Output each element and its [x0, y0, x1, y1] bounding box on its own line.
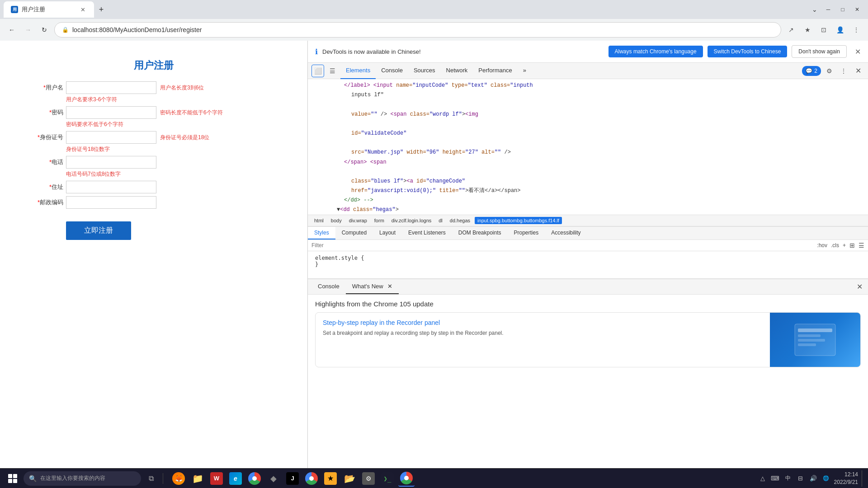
more-btn[interactable]: ⋮ [850, 23, 863, 36]
match-language-btn[interactable]: Always match Chrome's language [609, 46, 703, 57]
tray-display-icon[interactable]: ⊟ [796, 474, 805, 483]
console-badge[interactable]: 💬 2 [802, 66, 821, 76]
devtools-close-btn[interactable]: ✕ [852, 65, 864, 77]
bread-input-active[interactable]: input.spbg.buttombg.buttombgs.f14.lf [475, 217, 562, 224]
taskbar-settings[interactable]: ⚙ [360, 470, 377, 487]
form-row-phone: *电话 [27, 156, 280, 169]
taskbar-file-manager[interactable]: 📁 [189, 470, 206, 487]
close-btn[interactable]: ✕ [850, 2, 864, 17]
bread-form[interactable]: form [372, 217, 387, 224]
taskbar-game[interactable]: ◆ [265, 470, 282, 487]
start-btn[interactable] [4, 469, 22, 488]
bread-divwrap[interactable]: div.wrap [346, 217, 370, 224]
taskbar-chrome1[interactable] [246, 470, 263, 487]
bottom-tab-whats-new[interactable]: What's New ✕ [346, 279, 399, 294]
tab-sources[interactable]: Sources [408, 63, 441, 79]
tab-performance[interactable]: Performance [473, 63, 517, 79]
input-phone[interactable] [66, 156, 156, 169]
bookmark-icon[interactable]: ★ [801, 23, 814, 36]
tray-ime-icon[interactable]: 中 [783, 474, 793, 483]
tab-elements[interactable]: Elements [340, 63, 376, 79]
bottom-close-btn[interactable]: ✕ [855, 281, 864, 293]
taskbar-files[interactable]: 📂 [341, 470, 358, 487]
new-tab-btn[interactable]: + [94, 2, 108, 17]
secure-icon: 🔒 [62, 27, 69, 33]
minimize-btn[interactable]: ─ [821, 2, 835, 17]
active-tab[interactable]: 用 用户注册 ✕ [4, 1, 94, 18]
tray-network-icon[interactable]: 🌐 [821, 474, 830, 483]
submit-btn[interactable]: 立即注册 [66, 221, 131, 240]
dont-show-btn[interactable]: Don't show again [792, 45, 847, 58]
forward-btn[interactable]: → [22, 23, 34, 36]
tab-console[interactable]: Console [376, 63, 408, 79]
label-address: *住址 [27, 183, 63, 191]
clock-area[interactable]: 12:14 2022/9/21 [834, 471, 858, 486]
url-bar[interactable]: 🔒 localhost:8080/MyAuctionDemo1/user/reg… [54, 22, 781, 38]
bread-dl[interactable]: dl [436, 217, 445, 224]
tab-close-btn[interactable]: ✕ [79, 5, 87, 14]
tab-network[interactable]: Network [441, 63, 473, 79]
element-style-code: element.style { } [308, 251, 868, 278]
input-postal[interactable] [66, 196, 156, 209]
notification-close-icon[interactable]: ✕ [855, 47, 861, 56]
search-icon: 🔍 [29, 475, 37, 482]
input-password[interactable] [66, 106, 156, 119]
taskbar-edge[interactable]: e [227, 470, 244, 487]
styles-tab-dom-breakpoints[interactable]: DOM Breakpoints [452, 227, 508, 239]
settings-gear-icon[interactable]: ⚙ [823, 65, 835, 77]
more-options-icon[interactable]: ⋮ [837, 65, 850, 77]
input-idcard[interactable] [66, 131, 156, 144]
format-icon[interactable]: ⊞ [849, 242, 855, 249]
inspect-element-btn[interactable]: ⬜ [311, 65, 324, 77]
cast-icon[interactable]: ↗ [785, 23, 797, 36]
bread-dd-hegas[interactable]: dd.hegas [447, 217, 473, 224]
feature-card: Step-by-step replay in the Recorder pane… [315, 312, 861, 367]
whats-new-close-icon[interactable]: ✕ [387, 283, 392, 290]
code-line [308, 138, 868, 148]
input-username[interactable] [66, 81, 156, 94]
taskbar-wps[interactable]: W [208, 470, 225, 487]
styles-tab-layout[interactable]: Layout [373, 227, 402, 239]
add-rule-icon[interactable]: + [843, 242, 846, 249]
tray-chevron[interactable]: △ [758, 474, 767, 483]
cls-toggle[interactable]: .cls [831, 242, 839, 249]
grid-icon[interactable]: ☰ [859, 242, 864, 249]
styles-tab-accessibility[interactable]: Accessibility [545, 227, 587, 239]
input-address[interactable] [66, 181, 156, 193]
taskbar-jetbrains[interactable]: J [284, 470, 301, 487]
code-line: value="" /> <span class="wordp lf"><img [308, 110, 868, 119]
tray-keyboard-icon[interactable]: ⌨ [771, 474, 780, 483]
styles-tab-styles[interactable]: Styles [308, 227, 335, 239]
tab-search-icon[interactable]: ⊡ [817, 23, 830, 36]
taskbar-app-yellow[interactable]: ★ [322, 470, 339, 487]
bread-html[interactable]: html [311, 217, 326, 224]
maximize-btn[interactable]: □ [835, 2, 850, 17]
svg-rect-4 [798, 343, 816, 346]
taskbar-firefox[interactable]: 🦊 [170, 470, 187, 487]
address-bar: ← → ↻ 🔒 localhost:8080/MyAuctionDemo1/us… [0, 19, 868, 41]
tray-volume-icon[interactable]: 🔊 [809, 474, 818, 483]
bread-div-login[interactable]: div.zclf.login.logns [389, 217, 434, 224]
styles-filter-input[interactable] [311, 242, 813, 249]
show-desktop-btn[interactable] [862, 470, 864, 487]
styles-tab-properties[interactable]: Properties [508, 227, 545, 239]
taskbar-divider [163, 473, 163, 484]
profile-icon[interactable]: 👤 [834, 23, 846, 36]
taskbar-chrome2[interactable] [303, 470, 320, 487]
task-view-btn[interactable]: ⧉ [143, 470, 159, 487]
device-toolbar-btn[interactable]: ☰ [326, 65, 339, 77]
taskbar-cmd[interactable]: ❯_ [379, 470, 396, 487]
bottom-tab-console[interactable]: Console [311, 279, 346, 294]
hov-toggle[interactable]: :hov [817, 242, 827, 249]
tab-more[interactable]: » [518, 63, 532, 79]
bread-body[interactable]: body [328, 217, 344, 224]
dt-tabs: Elements Console Sources Network Perform… [340, 63, 800, 79]
tab-bar-menu[interactable]: ⌄ [808, 3, 821, 16]
back-btn[interactable]: ← [5, 23, 18, 36]
taskbar-search[interactable]: 🔍 在这里输入你要搜索的内容 [24, 471, 141, 486]
styles-tab-event-listeners[interactable]: Event Listeners [402, 227, 452, 239]
refresh-btn[interactable]: ↻ [38, 23, 51, 36]
switch-chinese-btn[interactable]: Switch DevTools to Chinese [708, 46, 788, 57]
taskbar-chrome-main[interactable] [398, 470, 415, 487]
styles-tab-computed[interactable]: Computed [335, 227, 373, 239]
